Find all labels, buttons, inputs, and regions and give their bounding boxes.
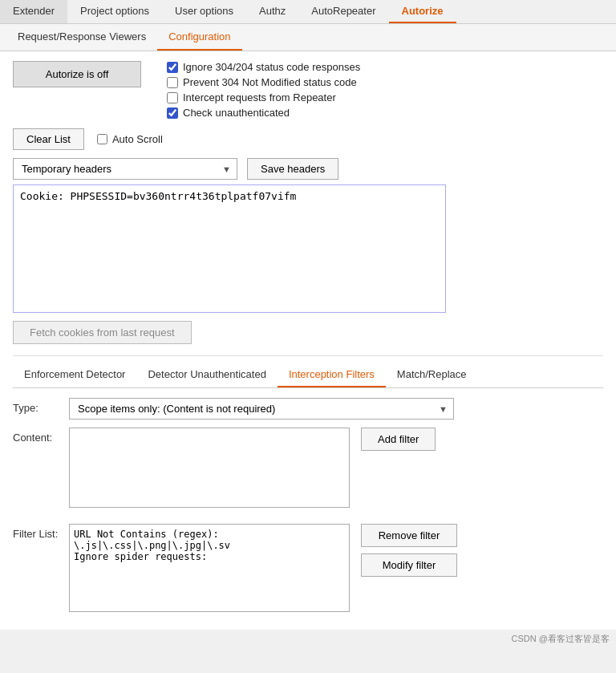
- type-select[interactable]: Scope items only: (Content is not requir…: [69, 398, 454, 420]
- auto-scroll-text: Auto Scroll: [112, 133, 163, 145]
- filter-list-row: Filter List: Remove filter Modify filter: [13, 524, 603, 612]
- headers-select[interactable]: Temporary headers Saved headers: [13, 158, 237, 180]
- auto-scroll-checkbox[interactable]: [97, 134, 107, 144]
- filter-list-label: Filter List:: [13, 524, 69, 540]
- tab-detector-unauthenticated[interactable]: Detector Unauthenticated: [136, 363, 277, 387]
- filter-buttons: Remove filter Modify filter: [361, 524, 457, 577]
- filter-list-textarea[interactable]: [69, 524, 350, 612]
- inner-tab-row: Enforcement Detector Detector Unauthenti…: [13, 363, 603, 388]
- nav-autorepeater[interactable]: AutoRepeater: [298, 0, 388, 23]
- type-row: Type: Scope items only: (Content is not …: [13, 398, 603, 420]
- tab-enforcement-detector[interactable]: Enforcement Detector: [13, 363, 136, 387]
- nav-extender[interactable]: Extender: [0, 0, 67, 23]
- checkboxes-group: Ignore 304/204 status code responses Pre…: [167, 61, 360, 119]
- type-select-wrapper: Scope items only: (Content is not requir…: [69, 398, 454, 420]
- headers-select-wrapper: Temporary headers Saved headers ▼: [13, 158, 237, 180]
- checkbox-prevent-304-input[interactable]: [167, 77, 178, 88]
- checkbox-intercept-repeater[interactable]: Intercept requests from Repeater: [167, 91, 360, 103]
- main-content: Autorize is off Ignore 304/204 status co…: [0, 51, 616, 630]
- checkbox-check-unauthenticated-input[interactable]: [167, 107, 178, 119]
- nav-user-options[interactable]: User options: [162, 0, 246, 23]
- checkbox-intercept-repeater-label: Intercept requests from Repeater: [183, 91, 336, 103]
- tab-row: Request/Response Viewers Configuration: [0, 24, 616, 51]
- content-textarea[interactable]: [69, 428, 350, 508]
- controls-row: Clear List Auto Scroll: [13, 128, 603, 150]
- nav-project-options[interactable]: Project options: [67, 0, 162, 23]
- tab-match-replace[interactable]: Match/Replace: [386, 363, 478, 387]
- remove-filter-button[interactable]: Remove filter: [361, 524, 457, 547]
- checkbox-ignore-304-input[interactable]: [167, 62, 178, 73]
- headers-row: Temporary headers Saved headers ▼ Save h…: [13, 158, 603, 180]
- cookie-textarea[interactable]: [13, 184, 446, 313]
- checkbox-prevent-304-label: Prevent 304 Not Modified status code: [183, 76, 357, 88]
- add-filter-button[interactable]: Add filter: [361, 428, 436, 451]
- nav-autorize[interactable]: Autorize: [389, 0, 456, 23]
- content-area-wrapper: Add filter: [69, 428, 436, 508]
- content-label: Content:: [13, 428, 69, 444]
- top-section: Autorize is off Ignore 304/204 status co…: [13, 61, 603, 119]
- tab-request-response-viewers[interactable]: Request/Response Viewers: [6, 24, 157, 51]
- checkbox-check-unauthenticated-label: Check unauthenticated: [183, 107, 290, 119]
- autorize-toggle-button[interactable]: Autorize is off: [13, 61, 141, 87]
- top-nav: Extender Project options User options Au…: [0, 0, 616, 24]
- checkbox-ignore-304-label: Ignore 304/204 status code responses: [183, 61, 360, 73]
- clear-list-button[interactable]: Clear List: [13, 128, 84, 150]
- save-headers-button[interactable]: Save headers: [247, 158, 338, 180]
- content-row: Content: Add filter: [13, 428, 603, 516]
- nav-authz[interactable]: Authz: [246, 0, 298, 23]
- tab-configuration[interactable]: Configuration: [157, 24, 241, 51]
- checkbox-prevent-304[interactable]: Prevent 304 Not Modified status code: [167, 76, 360, 88]
- checkbox-ignore-304[interactable]: Ignore 304/204 status code responses: [167, 61, 360, 73]
- type-label: Type:: [13, 398, 69, 414]
- fetch-cookies-button[interactable]: Fetch cookies from last request: [13, 321, 192, 344]
- auto-scroll-label[interactable]: Auto Scroll: [97, 133, 163, 145]
- watermark: CSDN @看客过客皆是客: [0, 630, 616, 648]
- filter-list-wrapper: Remove filter Modify filter: [69, 524, 457, 612]
- divider: [13, 355, 603, 356]
- tab-interception-filters[interactable]: Interception Filters: [278, 363, 386, 387]
- checkbox-intercept-repeater-input[interactable]: [167, 92, 178, 103]
- modify-filter-button[interactable]: Modify filter: [361, 553, 457, 577]
- checkbox-check-unauthenticated[interactable]: Check unauthenticated: [167, 107, 360, 119]
